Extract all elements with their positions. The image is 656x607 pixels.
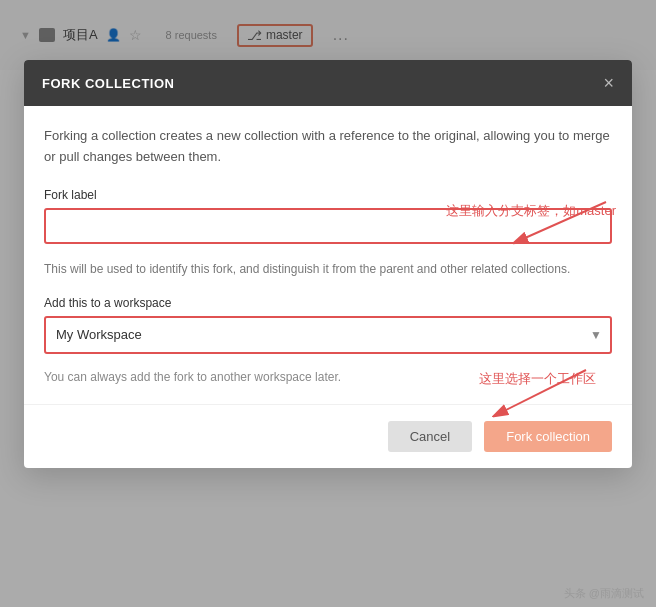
- close-button[interactable]: ×: [603, 74, 614, 92]
- workspace-group: Add this to a workspace My Workspace ▼: [44, 296, 612, 354]
- annotation-arrow-1: [436, 192, 616, 252]
- annotation-1: 这里输入分支标签，如master: [446, 202, 616, 220]
- description-text: Forking a collection creates a new colle…: [44, 126, 612, 168]
- workspace-select-wrapper: My Workspace ▼: [44, 316, 612, 354]
- annotation-2: 这里选择一个工作区: [479, 370, 596, 388]
- workspace-label: Add this to a workspace: [44, 296, 612, 310]
- annotation-arrow-2: [436, 365, 596, 425]
- svg-line-0: [516, 202, 606, 242]
- workspace-select[interactable]: My Workspace: [44, 316, 612, 354]
- dialog-title: FORK COLLECTION: [42, 76, 174, 91]
- watermark: 头条 @雨滴测试: [564, 586, 644, 601]
- dialog-header: FORK COLLECTION ×: [24, 60, 632, 106]
- svg-line-1: [496, 370, 586, 415]
- fork-collection-button[interactable]: Fork collection: [484, 421, 612, 452]
- cancel-button[interactable]: Cancel: [388, 421, 472, 452]
- fork-label-hint: This will be used to identify this fork,…: [44, 260, 612, 278]
